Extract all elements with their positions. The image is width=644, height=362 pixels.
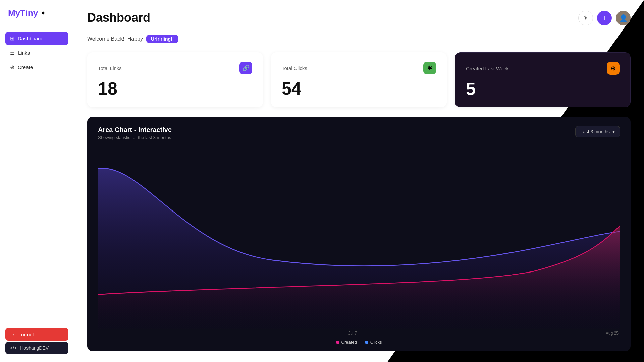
stat-value-total-links: 18 — [98, 80, 252, 97]
header-actions: ☀ + 👤 — [578, 11, 631, 25]
stats-row: Total Links 🔗 18 Total Clicks ✱ 54 — [87, 52, 631, 107]
clicks-icon: ✱ — [427, 64, 432, 72]
stat-card-created-last-week: Created Last Week ⊕ 5 — [455, 52, 631, 107]
link-icon: 🔗 — [242, 64, 250, 72]
clicks-legend-label: Clicks — [370, 340, 382, 345]
plus-icon: + — [602, 14, 607, 22]
avatar-image: 👤 — [619, 14, 628, 22]
legend-created: Created — [336, 340, 357, 345]
logout-icon: → — [10, 331, 15, 337]
add-button[interactable]: + — [597, 11, 612, 25]
welcome-badge: UrlrIrling!! — [146, 35, 178, 43]
avatar[interactable]: 👤 — [616, 11, 631, 25]
sidebar-item-dashboard[interactable]: ⊞ Dashboard — [5, 32, 68, 45]
sidebar-item-links[interactable]: ☰ Links — [5, 46, 68, 59]
chevron-down-icon: ▾ — [612, 129, 615, 134]
chart-container: Area Chart - Interactive Showing statist… — [87, 117, 631, 351]
stat-value-total-clicks: 54 — [282, 80, 436, 97]
sidebar-bottom: → Logout </> HoshangDEV — [5, 328, 68, 354]
logout-button[interactable]: → Logout — [5, 328, 68, 341]
clicks-legend-dot — [365, 341, 368, 344]
chart-x-labels: Jul 7 Aug 25 — [98, 331, 620, 336]
chart-filter-label: Last 3 months — [580, 129, 610, 134]
logout-label: Logout — [18, 331, 34, 337]
chart-title-block: Area Chart - Interactive Showing statist… — [98, 126, 172, 140]
stat-card-total-clicks: Total Clicks ✱ 54 — [271, 52, 447, 107]
stat-label-total-clicks: Total Clicks — [282, 65, 307, 71]
username-label: HoshangDEV — [20, 345, 49, 351]
sidebar-item-links-label: Links — [18, 50, 30, 56]
logo-icon: ✦ — [40, 9, 46, 18]
links-icon: ☰ — [10, 50, 15, 56]
created-legend-dot — [336, 341, 339, 344]
stat-label-total-links: Total Links — [98, 65, 122, 71]
welcome-text: Welcome Back!, Happy — [87, 36, 143, 42]
nav-menu: ⊞ Dashboard ☰ Links ⊕ Create — [5, 32, 68, 328]
logo-text: MyTiny — [8, 8, 38, 18]
page-title: Dashboard — [87, 11, 150, 25]
theme-toggle-button[interactable]: ☀ — [578, 11, 593, 25]
x-label-aug: Aug 25 — [606, 331, 619, 336]
sidebar: MyTiny ✦ ⊞ Dashboard ☰ Links ⊕ Create → … — [0, 0, 74, 362]
stat-value-created-last-week: 5 — [466, 80, 620, 98]
welcome-bar: Welcome Back!, Happy UrlrIrling!! — [87, 35, 631, 43]
chart-title: Area Chart - Interactive — [98, 126, 172, 134]
chart-header: Area Chart - Interactive Showing statist… — [98, 126, 620, 140]
created-legend-label: Created — [341, 340, 357, 345]
sidebar-item-create-label: Create — [18, 64, 33, 70]
chart-svg — [98, 145, 620, 329]
sidebar-item-create[interactable]: ⊕ Create — [5, 61, 68, 74]
sun-icon: ☀ — [583, 14, 588, 22]
stat-icon-clicks: ✱ — [423, 62, 436, 74]
stat-card-total-links: Total Links 🔗 18 — [87, 52, 263, 107]
chart-legend: Created Clicks — [98, 340, 620, 345]
stat-icon-links: 🔗 — [239, 62, 252, 74]
chart-subtitle: Showing statistic for the last 3 months — [98, 135, 172, 140]
main-content: Dashboard ☀ + 👤 Welcome Back!, Happy Url… — [74, 0, 644, 362]
created-icon: ⊕ — [611, 65, 616, 72]
stat-icon-created: ⊕ — [607, 62, 620, 75]
sidebar-item-dashboard-label: Dashboard — [18, 36, 42, 41]
chart-area — [98, 145, 620, 329]
stat-label-created-last-week: Created Last Week — [466, 66, 509, 71]
code-icon: </> — [10, 345, 17, 351]
logo: MyTiny ✦ — [5, 8, 68, 18]
dashboard-icon: ⊞ — [10, 35, 14, 42]
x-label-jul: Jul 7 — [348, 331, 357, 336]
user-profile[interactable]: </> HoshangDEV — [5, 342, 68, 354]
chart-filter-dropdown[interactable]: Last 3 months ▾ — [575, 126, 620, 137]
header: Dashboard ☀ + 👤 — [87, 11, 631, 25]
legend-clicks: Clicks — [365, 340, 382, 345]
create-icon: ⊕ — [10, 64, 14, 70]
